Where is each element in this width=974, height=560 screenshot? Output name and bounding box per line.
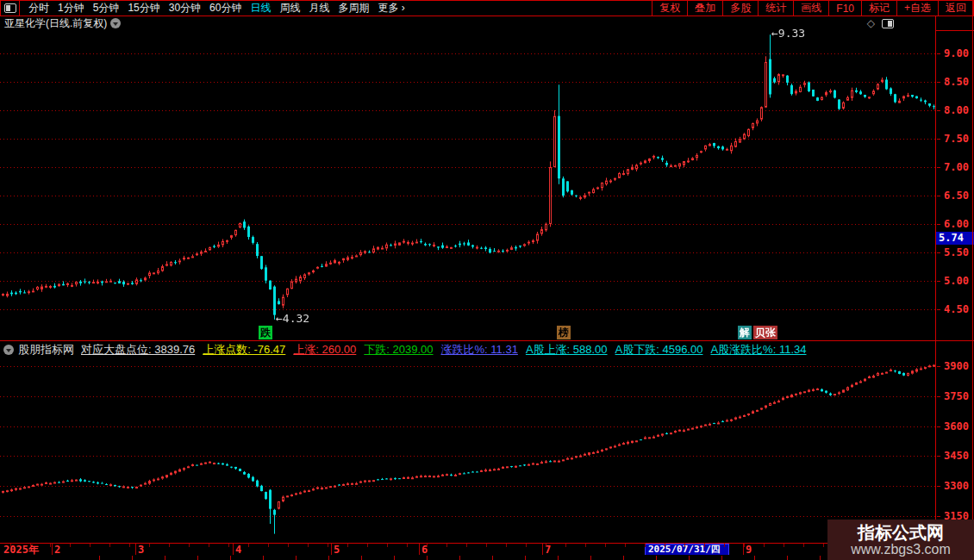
- indicator-metric: A股下跌: 4596.00: [615, 342, 703, 358]
- axis-tick: [937, 396, 940, 397]
- toolbar-button-叠加[interactable]: 叠加: [687, 1, 722, 16]
- minor-tick: [129, 544, 130, 547]
- period-tab-分时[interactable]: 分时: [24, 1, 53, 16]
- period-tab-30分钟[interactable]: 30分钟: [165, 1, 205, 16]
- axis-tick-label: 3600: [944, 420, 969, 432]
- axis-tick: [937, 456, 940, 457]
- minor-tick: [625, 544, 626, 547]
- minor-tick: [764, 544, 765, 547]
- minor-tick: [70, 544, 71, 547]
- axis-tick-label: 9.00: [944, 47, 969, 59]
- minor-tick: [803, 544, 804, 547]
- axis-tick: [937, 139, 940, 140]
- minor-tick: [407, 544, 408, 547]
- panel-left-icon: [4, 3, 16, 13]
- minor-tick: [169, 544, 170, 547]
- indicator-metric: 涨跌比%: 11.31: [441, 342, 518, 358]
- indicator-metric: A股涨跌比%: 11.34: [710, 342, 806, 358]
- axis-tick-label: 8.50: [944, 76, 969, 88]
- minor-tick: [466, 544, 467, 547]
- minor-tick: [704, 544, 705, 547]
- signal-marker-榜: 榜: [557, 326, 571, 339]
- period-tab-5分钟[interactable]: 5分钟: [89, 1, 124, 16]
- divider: [328, 556, 329, 560]
- month-label: 5: [334, 544, 340, 555]
- year-label: 2025年: [3, 544, 39, 555]
- toolbar-button-标记[interactable]: 标记: [861, 1, 896, 16]
- minor-tick: [50, 544, 51, 547]
- diamond-icon[interactable]: ◇: [867, 17, 875, 29]
- axis-tick: [937, 196, 940, 196]
- divider: [99, 556, 100, 560]
- period-tab-多周期[interactable]: 多周期: [334, 1, 373, 16]
- period-tab-15分钟[interactable]: 15分钟: [123, 1, 164, 16]
- axis-tick: [937, 167, 940, 168]
- signal-marker-跌: 跌: [259, 326, 272, 339]
- month-tick: [542, 544, 543, 555]
- period-tab-周线[interactable]: 周线: [275, 1, 304, 16]
- axis-tick-label: 3450: [944, 450, 969, 462]
- period-tab-月线[interactable]: 月线: [304, 1, 334, 16]
- divider: [296, 556, 297, 560]
- toolbar-button-F10[interactable]: F10: [828, 1, 861, 16]
- toolbar-button-返回[interactable]: 返回: [938, 1, 973, 16]
- minor-tick: [367, 544, 368, 547]
- month-tick: [331, 544, 332, 555]
- divider: [361, 556, 362, 560]
- minor-tick: [228, 544, 229, 547]
- panel-right-icon[interactable]: [882, 19, 894, 28]
- minor-tick: [209, 544, 209, 547]
- period-tab-60分钟[interactable]: 60分钟: [205, 1, 246, 16]
- month-tick: [52, 544, 53, 555]
- axis-tick: [937, 426, 940, 427]
- signal-marker-解: 解: [738, 326, 752, 339]
- toolbar-button-+自选[interactable]: +自选: [896, 1, 938, 16]
- axis-tick-label: 3900: [944, 360, 969, 372]
- toolbar-button-多股[interactable]: 多股: [722, 1, 758, 16]
- layout-toggle-button[interactable]: [1, 1, 20, 16]
- minor-tick: [427, 544, 428, 547]
- price-annotation: ←9.33: [771, 28, 805, 40]
- axis-tick: [937, 516, 940, 517]
- minor-tick: [109, 544, 110, 547]
- index-candlestick-chart[interactable]: [0, 359, 935, 543]
- divider: [787, 556, 788, 560]
- period-tab-1分钟[interactable]: 1分钟: [53, 1, 89, 16]
- divider: [623, 556, 624, 560]
- minor-tick: [30, 544, 31, 547]
- month-label: 2: [54, 544, 60, 555]
- toolbar-button-画线[interactable]: 画线: [793, 1, 828, 16]
- divider: [525, 556, 526, 560]
- axis-tick: [937, 486, 940, 487]
- minor-tick: [585, 544, 586, 547]
- divider: [721, 556, 722, 560]
- minor-tick: [823, 544, 824, 547]
- price-annotation: ←4.32: [276, 313, 309, 325]
- divider: [656, 556, 657, 560]
- toolbar-button-统计[interactable]: 统计: [758, 1, 793, 16]
- toolbar-button-复权[interactable]: 复权: [652, 1, 687, 16]
- top-toolbar: 分时1分钟5分钟15分钟30分钟60分钟日线周线月线多周期更多 › 复权叠加多股…: [0, 0, 974, 16]
- indicator-metric: 上涨: 260.00: [293, 342, 356, 358]
- divider: [558, 556, 559, 560]
- minor-tick: [565, 544, 566, 547]
- minor-tick: [684, 544, 685, 547]
- period-tab-更多 ›[interactable]: 更多 ›: [373, 1, 409, 16]
- minor-tick: [189, 544, 190, 547]
- indicator-metric: A股上涨: 588.00: [526, 342, 608, 358]
- indicator-site-name: 股朋指标网: [18, 342, 74, 358]
- minor-tick: [645, 544, 646, 547]
- main-candlestick-chart[interactable]: [0, 30, 935, 339]
- divider: [197, 556, 198, 560]
- divider: [394, 556, 395, 560]
- minor-tick: [90, 544, 91, 547]
- axis-tick-label: 6.50: [944, 190, 969, 202]
- divider: [754, 556, 755, 560]
- watermark-url: www.zbgs3.com: [851, 542, 951, 557]
- period-tab-日线[interactable]: 日线: [246, 1, 275, 16]
- minor-tick: [268, 544, 269, 547]
- chevron-down-icon[interactable]: [110, 18, 121, 28]
- axis-tick-label: 3750: [944, 390, 969, 402]
- minor-tick: [288, 544, 289, 547]
- collapse-icon[interactable]: [3, 345, 14, 355]
